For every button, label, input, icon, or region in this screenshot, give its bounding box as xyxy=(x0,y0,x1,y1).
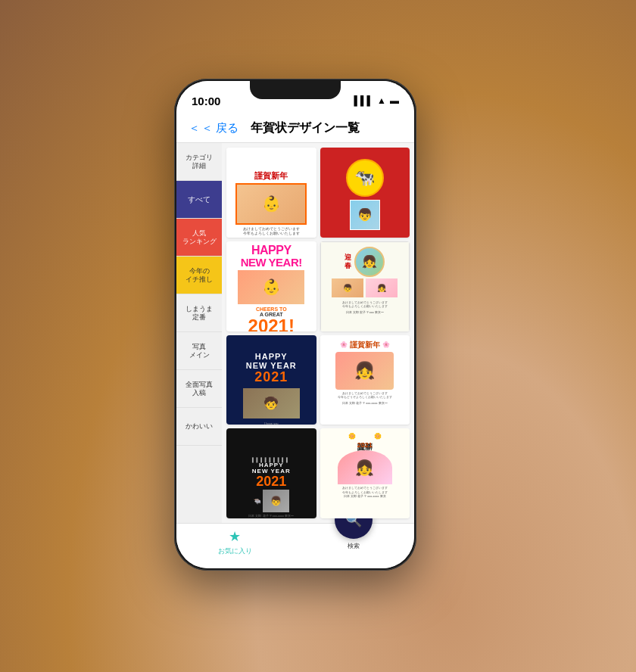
card-7-decoration: 🐃 👦 xyxy=(254,490,289,512)
phone-screen: 10:00 ▌▌▌ ▲ ▬ ＜ ＜ 戻る 年賀状デザイン一覧 xyxy=(176,81,414,568)
card-7-title: ▌▌▌▌▌▌▌▌▌ HAPPY NEW YEAR 2021 xyxy=(252,458,291,488)
sidebar-item-all[interactable]: すべて xyxy=(176,181,222,219)
notch xyxy=(250,81,341,99)
card-2-content: 🐄 👦 xyxy=(346,159,384,230)
card-4-text: あけましておめでとうございます今年もよろしくお願いいたします xyxy=(341,299,389,310)
back-label: ＜ 戻る xyxy=(201,121,238,135)
card-3-cheers: CHEERS TO xyxy=(256,306,287,312)
sidebar-item-category[interactable]: カテゴリ詳細 xyxy=(176,143,222,181)
ox-circle: 🐄 xyxy=(346,159,384,197)
search-button-container: 🔍 検索 xyxy=(335,520,373,550)
battery-icon: ▬ xyxy=(390,95,399,106)
card-5-photo: 🧒 xyxy=(243,388,300,418)
card-4-address: 日本 太郎 宏子 〒xxx 東京〜 xyxy=(346,310,384,314)
tab-favorite[interactable]: ★ お気に入り xyxy=(218,528,252,556)
card-1-title: 謹賀新年 xyxy=(254,171,288,180)
sidebar-item-standard[interactable]: しまうま定番 xyxy=(176,294,222,332)
back-button[interactable]: ＜ ＜ 戻る xyxy=(189,121,238,135)
nav-bar: ＜ ＜ 戻る 年賀状デザイン一覧 xyxy=(176,114,414,143)
phone-body: 10:00 ▌▌▌ ▲ ▬ ＜ ＜ 戻る 年賀状デザイン一覧 xyxy=(174,79,416,571)
card-5-title: HAPPYNEW YEAR2021 xyxy=(246,352,297,385)
card-8-text: あけましておめでとうございます今年もよろしくお願いいたします xyxy=(342,486,388,494)
status-time: 10:00 xyxy=(192,95,220,107)
card-3-title: HAPPY NEW YEAR! xyxy=(229,244,313,268)
phone-device: 10:00 ▌▌▌ ▲ ▬ ＜ ＜ 戻る 年賀状デザイン一覧 xyxy=(174,79,416,571)
signal-icon: ▌▌▌ xyxy=(354,95,374,106)
card-3-photo: 👶 xyxy=(238,270,304,304)
bottom-tab-bar: ★ お気に入り 🔍 検索 xyxy=(176,523,414,568)
wifi-icon: ▲ xyxy=(377,95,386,106)
card-5-sub: I hope youwill have agreat year! xyxy=(264,422,279,425)
card-grid: 謹賀新年 👶 あけましておめでとうございます今年もよろしくお願いいたします xyxy=(222,143,414,523)
status-icons: ▌▌▌ ▲ ▬ xyxy=(354,95,399,106)
sidebar: カテゴリ詳細 すべて 人気ランキング 今年のイチ推し しまうま定番 写真メイン … xyxy=(176,143,222,523)
sidebar-item-photo-main[interactable]: 写真メイン xyxy=(176,332,222,370)
card-4-sub-photos: 👦 👧 xyxy=(332,278,398,297)
sidebar-item-cute[interactable]: かわいい xyxy=(176,408,222,446)
chevron-left-icon: ＜ xyxy=(189,121,200,135)
star-icon: ★ xyxy=(229,528,241,545)
card-geishun[interactable]: 迎春 👧 👦 👧 あけましておめでとうございます今年もよろしくお願いいた xyxy=(320,241,410,331)
card-happy-colorful[interactable]: HAPPY NEW YEAR! 👶 CHEERS TO A GREAT 2021… xyxy=(226,241,316,331)
card-1-text: あけましておめでとうございます今年もよろしくお願いいたします xyxy=(242,225,301,238)
sidebar-item-recommended[interactable]: 今年のイチ推し xyxy=(176,257,222,294)
card-6-header: 🌸 謹賀新年 🌸 xyxy=(323,338,407,352)
card-6-address: 日本 太郎 花子 〒xxx-xxxx 東京〜 xyxy=(342,401,388,405)
sidebar-item-ranking[interactable]: 人気ランキング xyxy=(176,219,222,257)
card-7-address: 日本 太郎 花子 〒xxx-xxxx 東京〜 xyxy=(248,514,294,518)
card-4-photo-main: 👧 xyxy=(354,247,385,277)
scene: 10:00 ▌▌▌ ▲ ▬ ＜ ＜ 戻る 年賀状デザイン一覧 xyxy=(0,0,636,672)
page-title: 年賀状デザイン一覧 xyxy=(238,120,372,136)
card-kinganew[interactable]: 謹賀新年 👶 あけましておめでとうございます今年もよろしくお願いいたします xyxy=(226,148,316,238)
card-8-address: 日本 太郎 花子 〒xxx-xxxx 東京 xyxy=(344,494,386,498)
card-8-photo: 👧 xyxy=(338,450,392,484)
content-area: カテゴリ詳細 すべて 人気ランキング 今年のイチ推し しまうま定番 写真メイン … xyxy=(176,143,414,523)
card-nengajo-floral[interactable]: 🌼 謹賀新年 🌼 2021 👧 あけましておめでとうございます今年もよろしくお願… xyxy=(320,428,410,518)
card-8-header: 🌼 謹賀新年 🌼 xyxy=(348,431,382,441)
card-4-header: 迎春 👧 xyxy=(324,245,407,278)
card-1-photo: 👶 xyxy=(235,183,307,225)
card-8-year: 2021 xyxy=(357,441,373,449)
card-ox[interactable]: 🐄 👦 あけましておめでとうございます令和三年元旦 xyxy=(320,148,410,238)
search-label: 検索 xyxy=(348,542,360,550)
card-6-photo: 👧 xyxy=(335,352,394,390)
card-happy-2021-dark[interactable]: ▌▌▌▌▌▌▌▌▌ HAPPY NEW YEAR 2021 🐃 👦 日本 太郎 … xyxy=(226,428,316,518)
sidebar-item-full-photo[interactable]: 全面写真入稿 xyxy=(176,370,222,408)
card-2-photo: 👦 xyxy=(350,200,380,230)
card-happy-dark[interactable]: HAPPYNEW YEAR2021 🧒 I hope youwill have … xyxy=(226,335,316,425)
card-3-year: 2021! xyxy=(248,317,295,331)
card-kinganew-floral[interactable]: 🌸 謹賀新年 🌸 👧 あけましておめでとうございます今年もどうぞよろしくお願いい… xyxy=(320,335,410,425)
card-6-text: あけましておめでとうございます今年もどうぞよろしくお願いいたします xyxy=(336,390,394,401)
favorite-label: お気に入り xyxy=(218,546,252,556)
